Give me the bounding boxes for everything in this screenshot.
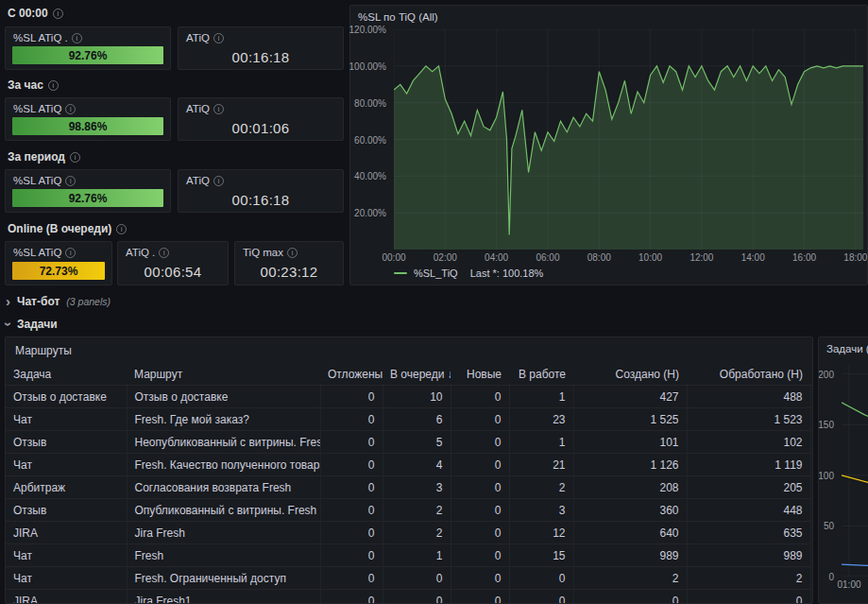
panel-title[interactable]: ATiQ . i (126, 247, 169, 258)
table-cell: 0 (509, 567, 573, 590)
gauge-value: 72.73% (40, 265, 78, 278)
info-icon[interactable]: i (70, 152, 80, 163)
panel-title[interactable]: Маршруты (15, 344, 72, 357)
row-toggle-tasks[interactable]: › Задачи (6, 316, 58, 333)
x-axis-label: 12:00 (686, 252, 718, 263)
legend-item-sl-tiq[interactable]: %SL_TiQ Last *: 100.18% (394, 267, 543, 279)
info-icon[interactable]: i (65, 248, 76, 258)
table-cell: 1 126 (573, 454, 687, 476)
panel-title[interactable]: %SL ATiQ . i (13, 32, 82, 43)
table-cell: 635 (687, 522, 810, 544)
table-cell: 360 (573, 499, 687, 522)
tasks-chart-plot[interactable] (842, 364, 868, 577)
legend-series-name[interactable]: %SL_TiQ (414, 267, 458, 279)
section-label-since-0000: С 00:00 i (8, 7, 63, 20)
gauge-value: 98.86% (69, 120, 108, 133)
table-row: ЧатFresh01015989989 (6, 544, 810, 567)
info-icon[interactable]: i (213, 104, 224, 114)
table-cell: 102 (687, 431, 810, 454)
table-cell: Арбитраж (6, 476, 127, 499)
table-row: ЧатFresh. Качество полученного товара040… (6, 454, 810, 476)
y-axis: 120.00%100.00%80.00%60.00%40.00%20.00% (350, 29, 390, 250)
stat-value: 00:23:12 (235, 264, 343, 280)
table-cell: 1 523 (687, 408, 810, 431)
panel-title[interactable]: Задачи (All (826, 343, 868, 354)
table-cell: 0 (687, 590, 810, 604)
table-cell: 2 (509, 476, 573, 499)
panel-title[interactable]: %SL ATiQ i (13, 247, 76, 258)
row-toggle-chatbot[interactable]: › Чат-бот (3 panels) (6, 293, 111, 310)
table-cell: 448 (687, 499, 810, 522)
info-icon[interactable]: i (213, 176, 224, 186)
panel-title[interactable]: ATiQ i (186, 103, 224, 114)
table-cell: Чат (6, 567, 127, 590)
grafana-dashboard: С 00:00 i %SL ATiQ . i 92.76% ATiQ i 00:… (0, 0, 868, 604)
gauge-value: 92.76% (69, 49, 108, 62)
row-title[interactable]: Задачи (17, 318, 58, 331)
column-header-1[interactable]: Задача (6, 366, 127, 386)
panel-title[interactable]: %SL ATiQ i (13, 103, 76, 114)
table-cell: 1 525 (573, 408, 687, 431)
column-header-2[interactable]: Маршрут (127, 366, 320, 386)
sort-desc-icon: ↓ (447, 368, 451, 381)
section-label-text: За период (8, 150, 65, 164)
panel-title[interactable]: %SL по TiQ (All) (358, 11, 438, 23)
column-header-7[interactable]: Создано (Н) (573, 366, 687, 386)
table-cell: 0 (320, 431, 383, 454)
panel-title[interactable]: TiQ max i (243, 247, 298, 258)
table-cell: 0 (320, 544, 383, 567)
info-icon[interactable]: i (72, 33, 82, 43)
table-cell: 15 (509, 544, 573, 567)
table-cell: Опубликованный с витрины. Fresh (127, 499, 320, 522)
bar-gauge: 98.86% (12, 117, 163, 135)
x-axis-label: 06:00 (532, 252, 564, 263)
table-cell: 0 (320, 408, 383, 431)
column-header-3[interactable]: Отложены (320, 366, 383, 386)
column-header-5[interactable]: Новые (451, 366, 509, 386)
column-header-6[interactable]: В работе (509, 366, 573, 386)
panel-title[interactable]: ATiQ i (186, 32, 224, 43)
section-label-text: Online (В очереди) (8, 222, 111, 235)
row-panel-count: (3 panels) (66, 296, 111, 307)
panel-sl-atiq-online: %SL ATiQ i 72.73% (5, 241, 112, 285)
panel-sl-atiq-since-0000: %SL ATiQ . i 92.76% (5, 26, 171, 70)
info-icon[interactable]: i (53, 9, 63, 19)
y-axis-label: 50 (824, 521, 834, 531)
info-icon[interactable]: i (213, 33, 224, 43)
table-row: JIRAJira Fresh02012640635 (6, 522, 810, 544)
table-cell: 2 (383, 522, 451, 544)
column-header-8[interactable]: Обработано (Н) (687, 366, 810, 386)
table-cell: 0 (320, 454, 383, 476)
section-label-text: С 00:00 (8, 7, 48, 20)
y-axis-label: 40.00% (354, 171, 386, 181)
panel-title[interactable]: ATiQ i (186, 175, 224, 186)
x-axis-label: 16:00 (789, 252, 821, 263)
bar-gauge: 92.76% (12, 46, 163, 64)
table-row: JIRAJira Fresh1000000 (6, 590, 810, 604)
info-icon[interactable]: i (116, 224, 127, 234)
table-cell: 0 (451, 567, 509, 590)
stat-value: 00:06:54 (118, 264, 228, 280)
table-cell: Отзыв о доставке (127, 386, 320, 408)
stat-value: 00:01:06 (179, 120, 343, 136)
panel-title[interactable]: %SL ATiQ i (13, 175, 76, 186)
panel-sl-atiq-period: %SL ATiQ i 92.76% (5, 169, 171, 213)
y-axis-label: 20.00% (354, 208, 386, 218)
section-label-last-hour: За час i (8, 78, 59, 92)
info-icon[interactable]: i (287, 248, 298, 258)
info-icon[interactable]: i (48, 80, 59, 91)
sl-tiq-chart-plot[interactable] (394, 29, 863, 250)
info-icon[interactable]: i (65, 104, 76, 114)
row-title[interactable]: Чат-бот (17, 295, 60, 308)
table-cell: Fresh (127, 544, 320, 567)
table-cell: JIRA (6, 590, 127, 604)
routes-table: ЗадачаМаршрутОтложеныВ очереди↓НовыеВ ра… (6, 366, 811, 604)
table-cell: Согласования возврата Fresh (127, 476, 320, 499)
info-icon[interactable]: i (159, 248, 169, 258)
table-cell: Чат (6, 408, 127, 431)
info-icon[interactable]: i (65, 176, 76, 186)
column-header-4[interactable]: В очереди↓ (383, 366, 451, 386)
section-label-text: За час (8, 78, 43, 92)
panel-routes-table: Маршруты ЗадачаМаршрутОтложеныВ очереди↓… (5, 337, 813, 604)
table-cell: 0 (451, 499, 509, 522)
